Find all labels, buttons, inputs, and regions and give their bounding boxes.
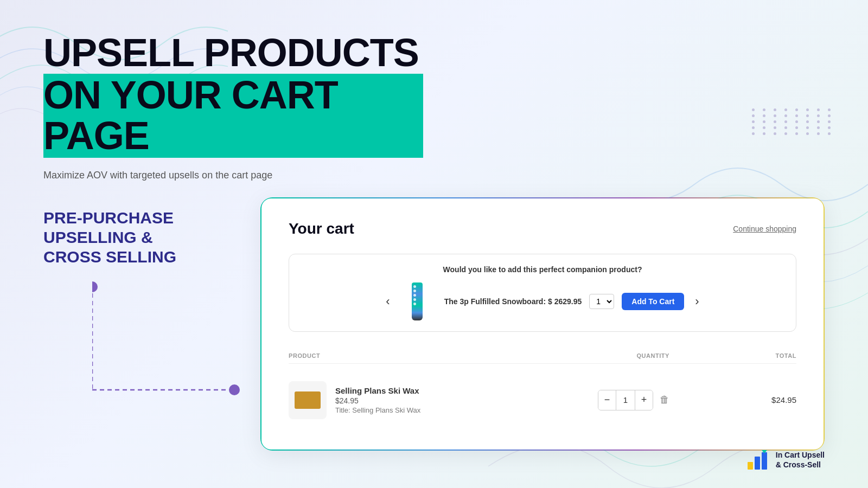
svg-point-3: [229, 384, 240, 395]
snowboard-dots: [413, 285, 416, 305]
bottom-logo: In Cart Upsell & Cross-Sell: [746, 448, 825, 472]
main-container: UPSELL PRODUCTS ON YOUR CART PAGE Maximi…: [0, 0, 868, 488]
col-quantity: QUANTITY: [542, 352, 669, 359]
logo-text: In Cart Upsell & Cross-Sell: [776, 450, 825, 470]
product-details: Selling Plans Ski Wax $24.95 Title: Sell…: [335, 386, 420, 414]
upsell-quantity-select[interactable]: 1 2 3: [589, 294, 614, 309]
hero-title: UPSELL PRODUCTS ON YOUR CART PAGE: [43, 33, 423, 158]
hero-subtitle: Maximize AOV with targeted upsells on th…: [43, 170, 825, 181]
item-total: $24.95: [669, 395, 796, 404]
quantity-value: 1: [616, 390, 635, 410]
snowboard-image: [412, 282, 423, 320]
upsell-next-arrow[interactable]: ›: [695, 294, 699, 309]
continue-shopping-link[interactable]: Continue shopping: [733, 224, 796, 233]
col-total: TOTAL: [669, 352, 796, 359]
svg-rect-5: [755, 457, 760, 470]
product-name: Selling Plans Ski Wax: [335, 386, 420, 395]
upsell-product-row: ‹ The 3p Ful: [305, 282, 780, 320]
content-row: PRE-PURCHASE UPSELLING & CROSS SELLING Y…: [43, 197, 825, 466]
product-image: [289, 381, 327, 419]
hero-title-line1: UPSELL PRODUCTS: [43, 31, 419, 74]
upsell-product-info: The 3p Fulfilled Snowboard: $ 2629.95 1 …: [444, 293, 685, 310]
cart-panel: Your cart Continue shopping Would you li…: [260, 197, 825, 451]
quantity-box: − 1 +: [598, 390, 653, 410]
product-price: $24.95: [335, 396, 420, 405]
delete-item-icon[interactable]: 🗑: [660, 394, 669, 406]
upsell-product-image: [401, 282, 433, 320]
upsell-banner: Would you like to add this perfect compa…: [289, 254, 796, 332]
ski-wax-image: [295, 391, 321, 409]
svg-point-0: [92, 281, 98, 292]
product-variant: Title: Selling Plans Ski Wax: [335, 406, 420, 414]
logo-icon: [746, 448, 770, 472]
quantity-decrease-button[interactable]: −: [598, 390, 616, 410]
hero-title-line2: ON YOUR CART PAGE: [43, 74, 423, 158]
cart-title: Your cart: [289, 220, 354, 237]
upsell-product-name: The 3p Fulfilled Snowboard: $ 2629.95: [444, 297, 582, 306]
left-panel: PRE-PURCHASE UPSELLING & CROSS SELLING: [43, 197, 250, 283]
svg-rect-6: [762, 452, 767, 470]
dashed-path-decoration: [92, 281, 244, 417]
cart-item-left: Selling Plans Ski Wax $24.95 Title: Sell…: [289, 381, 542, 419]
add-to-cart-button[interactable]: Add To Cart: [622, 293, 684, 310]
svg-rect-4: [748, 462, 753, 470]
cart-item: Selling Plans Ski Wax $24.95 Title: Sell…: [289, 373, 796, 428]
quantity-increase-button[interactable]: +: [635, 390, 653, 410]
left-label: PRE-PURCHASE UPSELLING & CROSS SELLING: [43, 208, 250, 267]
upsell-prev-arrow[interactable]: ‹: [386, 294, 390, 309]
col-product: PRODUCT: [289, 352, 542, 359]
quantity-control: − 1 + 🗑: [542, 390, 669, 410]
cart-header: Your cart Continue shopping: [289, 220, 796, 237]
cart-table-header: PRODUCT QUANTITY TOTAL: [289, 348, 796, 364]
upsell-question: Would you like to add this perfect compa…: [305, 265, 780, 274]
